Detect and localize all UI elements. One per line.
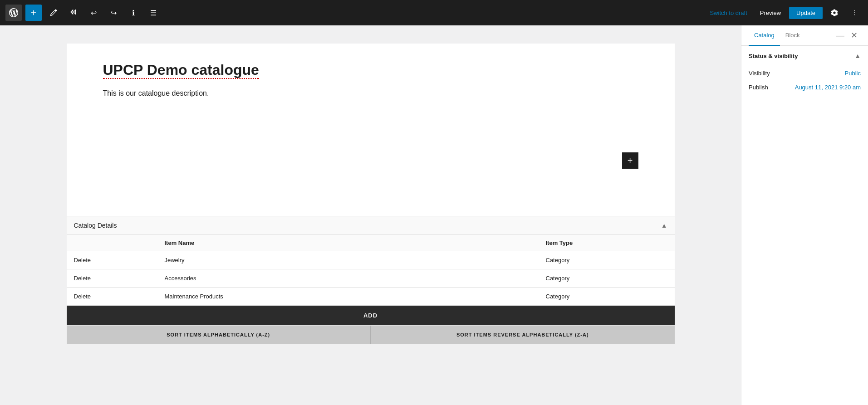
publish-value[interactable]: August 11, 2021 9:20 am — [795, 84, 861, 91]
col-action-header — [67, 235, 157, 251]
publish-label: Publish — [749, 84, 768, 91]
update-button[interactable]: Update — [789, 7, 823, 19]
wp-logo[interactable] — [5, 5, 22, 21]
catalog-details-section: Catalog Details ▲ Item Name Item Type De… — [67, 216, 675, 344]
list-view-button[interactable]: ☰ — [145, 5, 162, 21]
preview-button[interactable]: Preview — [755, 7, 785, 19]
undo-button[interactable] — [65, 5, 82, 21]
toolbar-right: Switch to draft Preview Update — [705, 5, 863, 21]
post-title-wrapper: UPCP Demo catalogue — [103, 62, 638, 78]
status-visibility-header[interactable]: Status & visibility ▲ — [741, 46, 868, 66]
col-item-type-header: Item Type — [539, 235, 675, 251]
main-layout: UPCP Demo catalogue This is our catalogu… — [0, 25, 868, 405]
publish-row: Publish August 11, 2021 9:20 am — [741, 80, 868, 94]
add-block-inline-button[interactable]: + — [622, 152, 638, 169]
add-row-button[interactable]: ADD — [67, 306, 675, 325]
status-visibility-section: Status & visibility ▲ Visibility Public … — [741, 46, 868, 94]
more-options-button[interactable] — [846, 5, 863, 21]
editor-content: UPCP Demo catalogue This is our catalogu… — [67, 44, 675, 216]
item-name-cell: Jewelry — [157, 251, 539, 269]
catalog-details-title: Catalog Details — [74, 222, 117, 229]
close-sidebar-button[interactable]: ✕ — [847, 29, 861, 42]
col-item-name-header: Item Name — [157, 235, 539, 251]
info-button[interactable]: ℹ — [125, 5, 142, 21]
chevron-up-icon: ▲ — [661, 222, 667, 229]
redo-button[interactable]: ↪ — [105, 5, 122, 21]
item-type-cell: Category — [539, 251, 675, 269]
delete-row-button[interactable]: Delete — [74, 257, 91, 263]
right-sidebar: Catalog Block — ✕ Status & visibility ▲ … — [741, 25, 868, 405]
status-chevron-up-icon: ▲ — [854, 52, 861, 59]
visibility-row: Visibility Public — [741, 66, 868, 80]
tab-block[interactable]: Block — [780, 25, 805, 46]
table-row: Delete Jewelry Category — [67, 251, 675, 269]
tab-catalog[interactable]: Catalog — [749, 25, 780, 46]
status-visibility-title: Status & visibility — [749, 53, 798, 59]
delete-row-button[interactable]: Delete — [74, 293, 91, 300]
switch-to-draft-button[interactable]: Switch to draft — [705, 7, 751, 19]
undo-button[interactable]: ↩ — [85, 5, 102, 21]
delete-row-button[interactable]: Delete — [74, 275, 91, 282]
sort-za-button[interactable]: SORT ITEMS REVERSE ALPHABETICALLY (Z-A) — [371, 326, 675, 344]
edit-button[interactable] — [45, 5, 62, 21]
sort-az-button[interactable]: SORT ITEMS ALPHABETICALLY (A-Z) — [67, 326, 371, 344]
post-title[interactable]: UPCP Demo catalogue — [103, 62, 259, 79]
sidebar-tabs: Catalog Block — ✕ — [741, 25, 868, 46]
toolbar: ↩ ↪ ℹ ☰ Switch to draft Preview Update — [0, 0, 868, 25]
editor-area: UPCP Demo catalogue This is our catalogu… — [0, 25, 741, 405]
table-row: Delete Accessories Category — [67, 269, 675, 288]
visibility-value[interactable]: Public — [845, 70, 861, 77]
visibility-label: Visibility — [749, 70, 770, 77]
catalog-table: Item Name Item Type Delete Jewelry Categ… — [67, 235, 675, 306]
sort-buttons: SORT ITEMS ALPHABETICALLY (A-Z) SORT ITE… — [67, 325, 675, 344]
add-block-button[interactable] — [25, 5, 42, 21]
item-type-cell: Category — [539, 269, 675, 288]
toolbar-left: ↩ ↪ ℹ ☰ — [5, 5, 705, 21]
catalog-details-header[interactable]: Catalog Details ▲ — [67, 216, 675, 235]
settings-button[interactable] — [826, 5, 843, 21]
item-type-cell: Category — [539, 288, 675, 306]
table-row: Delete Maintenance Products Category — [67, 288, 675, 306]
minimize-sidebar-button[interactable]: — — [834, 29, 847, 42]
item-name-cell: Maintenance Products — [157, 288, 539, 306]
item-name-cell: Accessories — [157, 269, 539, 288]
post-description[interactable]: This is our catalogue description. — [103, 89, 638, 98]
